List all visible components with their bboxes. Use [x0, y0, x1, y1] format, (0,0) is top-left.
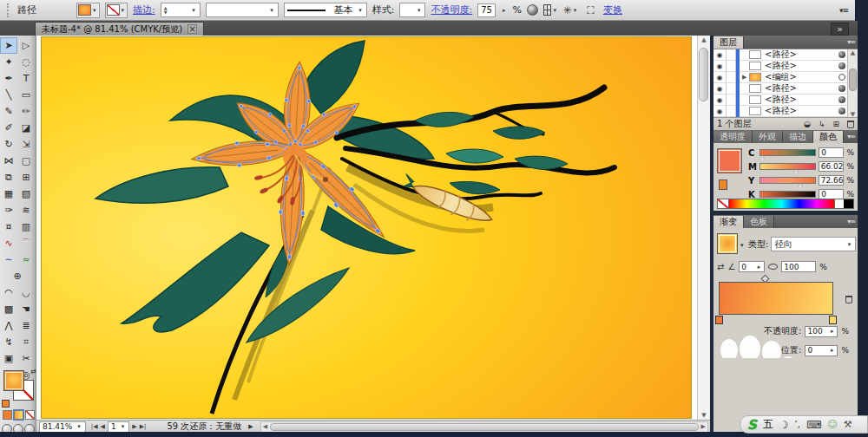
width-tool[interactable]: ⋈ — [0, 153, 17, 169]
lock-toggle[interactable] — [727, 72, 736, 83]
expand-triangle-icon[interactable]: ▶ — [742, 74, 749, 81]
color-fill-swatch[interactable] — [717, 148, 742, 173]
scroll-left-icon[interactable]: ◀ — [263, 423, 267, 430]
stop-opacity-field[interactable]: 100▸ — [805, 326, 838, 337]
slider-track[interactable] — [760, 177, 816, 184]
document-tab[interactable]: 未标题-4* @ 81.41% (CMYK/预览) × — [35, 22, 204, 36]
layer-label[interactable]: <路径> — [765, 60, 838, 72]
layers-scroll-thumb[interactable] — [849, 68, 857, 91]
zigzag-tool[interactable]: ⋀ — [0, 317, 17, 334]
shape-builder-tool[interactable]: ⧉ — [0, 169, 17, 186]
layer-label[interactable]: <路径> — [765, 49, 838, 61]
layer-label[interactable]: <路径> — [765, 94, 838, 106]
wubi-mode-icon[interactable]: 五 — [763, 417, 773, 432]
scroll-up-icon[interactable]: ▲ — [701, 36, 706, 43]
target-circle-icon[interactable] — [838, 51, 845, 58]
visibility-eye-icon[interactable]: ◉ — [713, 49, 727, 61]
collapse-panels-button[interactable]: » — [831, 23, 849, 36]
canvas-area[interactable]: ▲ ▼ — [36, 36, 710, 420]
target-circle-icon[interactable] — [838, 74, 845, 81]
gradient-aspect-field[interactable]: 100 — [781, 261, 816, 272]
settings-wrench-icon[interactable]: ⚒ — [844, 419, 852, 430]
fill-swatch[interactable] — [3, 370, 24, 391]
mesh-tool[interactable]: ▦ — [0, 186, 17, 202]
slider-thumb[interactable] — [798, 183, 803, 187]
swap-fill-stroke-icon[interactable]: ⇄ — [30, 368, 36, 375]
sketch-tool[interactable]: ∼ — [0, 251, 17, 268]
tab-color[interactable]: 颜色 — [813, 131, 844, 143]
stroke-weight-combo[interactable]: ▲▼ ▾ — [161, 3, 201, 17]
smooth-tool[interactable]: ≈ — [17, 251, 35, 268]
layer-label[interactable]: <路径> — [765, 105, 838, 117]
target-circle-icon[interactable] — [838, 62, 845, 69]
free-transform-tool[interactable]: ▢ — [17, 153, 35, 169]
slider-track[interactable] — [760, 191, 817, 198]
slider-track[interactable] — [760, 149, 817, 156]
new-layer-icon[interactable]: ⊞ — [832, 120, 839, 128]
stop-location-field[interactable]: 0▸ — [805, 345, 838, 356]
layer-label[interactable]: <路径> — [765, 82, 838, 95]
arc-tool[interactable]: ⌒ — [17, 235, 35, 251]
scale-tool[interactable]: ⇲ — [17, 136, 35, 153]
tab-stroke[interactable]: 描边 — [783, 131, 813, 143]
align-objects-icon[interactable]: ✳▾ — [563, 3, 578, 17]
blend-tool[interactable]: ≋ — [17, 202, 35, 218]
visibility-eye-icon[interactable]: ◉ — [713, 61, 727, 72]
eraser-tool[interactable]: ◪ — [17, 120, 35, 136]
isolate-icon[interactable]: ⛶ — [583, 3, 598, 17]
tab-appearance[interactable]: 外观 — [753, 131, 783, 143]
slider-thumb[interactable] — [793, 169, 799, 173]
gradient-angle-field[interactable]: 0▸ — [739, 261, 765, 272]
spectrum-rainbow[interactable] — [729, 199, 834, 208]
gradient-tool[interactable]: ▧ — [17, 186, 35, 202]
visibility-eye-icon[interactable]: ◉ — [713, 106, 727, 117]
artboard[interactable] — [41, 36, 692, 419]
make-clip-mask-icon[interactable]: ◒ — [804, 120, 811, 128]
gradient-type-combo[interactable]: 径向 ▾ — [771, 237, 856, 251]
slider-track[interactable] — [760, 163, 816, 170]
punctuation-icon[interactable]: ’, — [795, 420, 800, 429]
last-artboard-button[interactable]: ▶| — [140, 423, 147, 430]
new-sublayer-icon[interactable]: ↳ — [819, 120, 825, 128]
tab-swatches[interactable]: 色板 — [744, 216, 774, 228]
lock-toggle[interactable] — [727, 61, 736, 72]
vertical-scroll-thumb[interactable] — [699, 48, 708, 101]
align-options-tool[interactable]: ≣ — [17, 317, 35, 334]
prev-artboard-button[interactable]: ◀ — [101, 423, 105, 430]
symbol-sprayer-tool[interactable]: ¤ — [0, 218, 17, 235]
keyboard-icon[interactable]: ⌨ — [806, 419, 821, 431]
account-icon[interactable]: ☺ — [827, 419, 837, 430]
channel-value-field[interactable]: 0 — [819, 147, 844, 158]
magic-wand-tool[interactable]: ✦ — [0, 54, 17, 70]
mini-fill-stroke-icon[interactable] — [719, 179, 727, 190]
measure-tool[interactable]: ↯ — [0, 334, 17, 350]
delete-layer-icon[interactable] — [847, 121, 854, 128]
live-paint-selection-tool[interactable]: ☚ — [17, 301, 35, 317]
stroke-panel-link[interactable]: 描边: — [133, 3, 155, 16]
paint-none-button[interactable] — [25, 410, 35, 420]
paint-color-button[interactable] — [3, 410, 12, 420]
rotate-tool[interactable]: ↻ — [0, 136, 17, 153]
align-grid-icon[interactable]: ▾ — [543, 3, 558, 17]
panel-menu-icon[interactable]: ▾≡ — [847, 133, 855, 140]
artboard-tool[interactable]: ⊕ — [0, 268, 35, 284]
tab-transparency[interactable]: 透明度 — [713, 131, 753, 143]
status-expand-icon[interactable]: ▶ — [248, 423, 253, 430]
lasso-tool[interactable]: ◌ — [17, 54, 35, 70]
scroll-down-icon[interactable]: ▼ — [701, 412, 706, 419]
mini-fill-stroke-icon[interactable] — [2, 400, 10, 408]
visibility-eye-icon[interactable]: ◉ — [713, 72, 727, 83]
blob-brush-tool[interactable]: ✐ — [0, 120, 17, 136]
brush-definition-combo[interactable]: ▾ — [206, 3, 279, 17]
sogou-logo-icon[interactable]: S — [747, 417, 757, 433]
channel-value-field[interactable]: 72.66 — [819, 175, 845, 186]
chevron-down-icon[interactable]: ▾ — [740, 242, 744, 249]
chevron-right-icon[interactable]: ▸ — [501, 7, 508, 14]
next-artboard-button[interactable]: ▶ — [132, 423, 136, 430]
first-artboard-button[interactable]: |◀ — [91, 423, 98, 430]
fill-stroke-indicator[interactable]: ⇄ — [3, 370, 35, 405]
scroll-right-icon[interactable]: ▶ — [701, 423, 706, 430]
zoom-level-combo[interactable]: 81.41% ▾ — [39, 421, 86, 433]
column-graph-tool[interactable]: ▥ — [17, 218, 35, 235]
stroke-profile-combo[interactable]: 基本 ▾ — [284, 3, 367, 17]
